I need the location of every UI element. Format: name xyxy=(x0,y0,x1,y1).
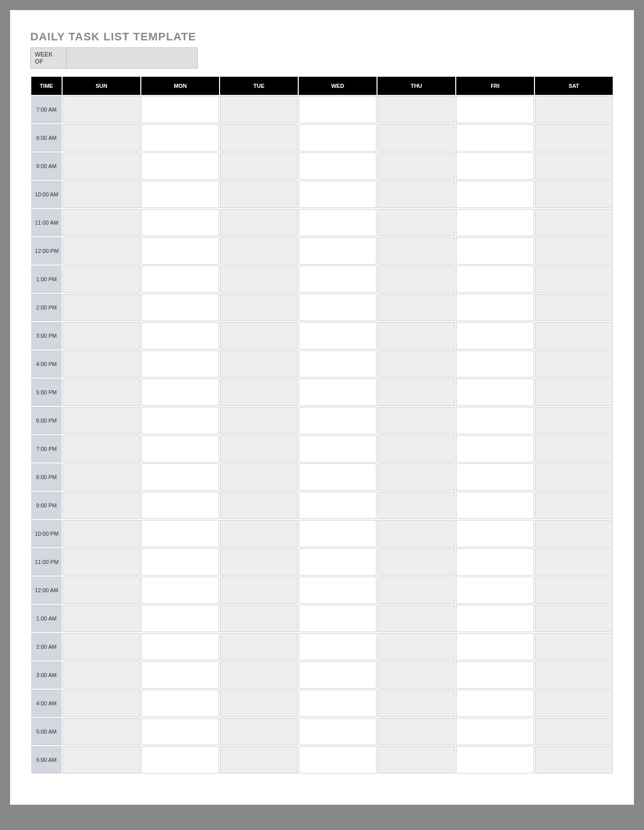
task-cell[interactable] xyxy=(299,633,377,660)
task-cell[interactable] xyxy=(299,605,377,632)
task-cell[interactable] xyxy=(141,152,219,180)
task-cell[interactable] xyxy=(378,577,455,604)
task-cell[interactable] xyxy=(378,124,455,151)
task-cell[interactable] xyxy=(378,96,455,123)
task-cell[interactable] xyxy=(456,661,534,689)
task-cell[interactable] xyxy=(141,746,219,773)
task-cell[interactable] xyxy=(378,407,455,434)
task-cell[interactable] xyxy=(299,520,377,547)
task-cell[interactable] xyxy=(535,577,613,604)
task-cell[interactable] xyxy=(535,633,613,660)
task-cell[interactable] xyxy=(63,718,140,745)
task-cell[interactable] xyxy=(299,181,377,208)
task-cell[interactable] xyxy=(299,96,377,123)
task-cell[interactable] xyxy=(456,407,534,434)
task-cell[interactable] xyxy=(378,379,455,406)
task-cell[interactable] xyxy=(141,718,219,745)
task-cell[interactable] xyxy=(378,548,455,576)
task-cell[interactable] xyxy=(299,577,377,604)
task-cell[interactable] xyxy=(141,237,219,265)
task-cell[interactable] xyxy=(456,605,534,632)
task-cell[interactable] xyxy=(535,266,613,293)
task-cell[interactable] xyxy=(63,96,140,123)
task-cell[interactable] xyxy=(378,718,455,745)
task-cell[interactable] xyxy=(63,463,140,491)
task-cell[interactable] xyxy=(141,661,219,689)
task-cell[interactable] xyxy=(299,463,377,491)
task-cell[interactable] xyxy=(456,633,534,660)
task-cell[interactable] xyxy=(378,237,455,265)
task-cell[interactable] xyxy=(299,690,377,717)
task-cell[interactable] xyxy=(63,577,140,604)
task-cell[interactable] xyxy=(378,492,455,519)
task-cell[interactable] xyxy=(220,605,298,632)
task-cell[interactable] xyxy=(141,379,219,406)
task-cell[interactable] xyxy=(220,350,298,378)
task-cell[interactable] xyxy=(220,152,298,180)
task-cell[interactable] xyxy=(378,209,455,236)
task-cell[interactable] xyxy=(220,294,298,321)
task-cell[interactable] xyxy=(456,294,534,321)
task-cell[interactable] xyxy=(63,266,140,293)
task-cell[interactable] xyxy=(456,237,534,265)
task-cell[interactable] xyxy=(535,124,613,151)
task-cell[interactable] xyxy=(299,379,377,406)
task-cell[interactable] xyxy=(299,435,377,462)
task-cell[interactable] xyxy=(220,124,298,151)
weekof-input[interactable] xyxy=(67,47,198,69)
task-cell[interactable] xyxy=(141,181,219,208)
task-cell[interactable] xyxy=(63,181,140,208)
task-cell[interactable] xyxy=(535,181,613,208)
task-cell[interactable] xyxy=(535,407,613,434)
task-cell[interactable] xyxy=(220,407,298,434)
task-cell[interactable] xyxy=(299,266,377,293)
task-cell[interactable] xyxy=(456,124,534,151)
task-cell[interactable] xyxy=(220,96,298,123)
task-cell[interactable] xyxy=(63,294,140,321)
task-cell[interactable] xyxy=(456,96,534,123)
task-cell[interactable] xyxy=(535,548,613,576)
task-cell[interactable] xyxy=(378,605,455,632)
task-cell[interactable] xyxy=(220,209,298,236)
task-cell[interactable] xyxy=(535,350,613,378)
task-cell[interactable] xyxy=(220,266,298,293)
task-cell[interactable] xyxy=(535,746,613,773)
task-cell[interactable] xyxy=(378,322,455,349)
task-cell[interactable] xyxy=(535,152,613,180)
task-cell[interactable] xyxy=(141,124,219,151)
task-cell[interactable] xyxy=(63,124,140,151)
task-cell[interactable] xyxy=(535,294,613,321)
task-cell[interactable] xyxy=(299,152,377,180)
task-cell[interactable] xyxy=(141,266,219,293)
task-cell[interactable] xyxy=(141,633,219,660)
task-cell[interactable] xyxy=(299,209,377,236)
task-cell[interactable] xyxy=(378,746,455,773)
task-cell[interactable] xyxy=(220,746,298,773)
task-cell[interactable] xyxy=(63,548,140,576)
task-cell[interactable] xyxy=(63,492,140,519)
task-cell[interactable] xyxy=(63,407,140,434)
task-cell[interactable] xyxy=(456,350,534,378)
task-cell[interactable] xyxy=(535,605,613,632)
task-cell[interactable] xyxy=(63,690,140,717)
task-cell[interactable] xyxy=(456,152,534,180)
task-cell[interactable] xyxy=(535,463,613,491)
task-cell[interactable] xyxy=(535,96,613,123)
task-cell[interactable] xyxy=(535,322,613,349)
task-cell[interactable] xyxy=(378,690,455,717)
task-cell[interactable] xyxy=(378,350,455,378)
task-cell[interactable] xyxy=(220,577,298,604)
task-cell[interactable] xyxy=(141,407,219,434)
task-cell[interactable] xyxy=(63,520,140,547)
task-cell[interactable] xyxy=(378,633,455,660)
task-cell[interactable] xyxy=(220,463,298,491)
task-cell[interactable] xyxy=(535,492,613,519)
task-cell[interactable] xyxy=(378,294,455,321)
task-cell[interactable] xyxy=(378,520,455,547)
task-cell[interactable] xyxy=(535,209,613,236)
task-cell[interactable] xyxy=(535,718,613,745)
task-cell[interactable] xyxy=(456,548,534,576)
task-cell[interactable] xyxy=(63,322,140,349)
task-cell[interactable] xyxy=(456,690,534,717)
task-cell[interactable] xyxy=(535,520,613,547)
